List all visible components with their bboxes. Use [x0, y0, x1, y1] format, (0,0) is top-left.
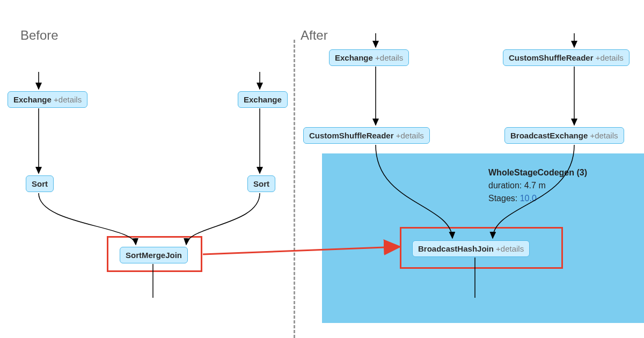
- before-exchange-right: Exchange: [238, 91, 288, 108]
- stage-title-text: WholeStageCodegen (3): [488, 168, 587, 177]
- node-label: Sort: [253, 179, 269, 188]
- node-label: Sort: [32, 179, 48, 188]
- details-link[interactable]: +details: [596, 53, 624, 62]
- stage-title: WholeStageCodegen (3) duration: 4.7 m St…: [488, 166, 587, 205]
- details-link[interactable]: +details: [590, 131, 618, 140]
- before-heading: Before: [20, 28, 58, 43]
- after-csr-mid: CustomShuffleReader +details: [303, 127, 430, 144]
- stage-duration: 4.7 m: [524, 181, 546, 190]
- before-highlight: [107, 236, 202, 272]
- after-csr-top: CustomShuffleReader +details: [503, 49, 630, 66]
- node-label: Exchange: [244, 95, 282, 104]
- node-label: Exchange: [13, 95, 52, 104]
- before-sort-right: Sort: [247, 175, 275, 192]
- node-label: CustomShuffleReader: [309, 131, 394, 140]
- before-sort-left: Sort: [26, 175, 54, 192]
- stage-stages-link[interactable]: 10.0: [520, 194, 537, 203]
- details-link[interactable]: +details: [375, 53, 403, 62]
- after-exchange: Exchange +details: [329, 49, 409, 66]
- divider: [294, 40, 295, 338]
- details-link[interactable]: +details: [54, 95, 82, 104]
- details-link[interactable]: +details: [396, 131, 424, 140]
- node-label: Exchange: [335, 53, 373, 62]
- stage-stages-label: Stages:: [488, 194, 517, 203]
- after-broadcast-exchange: BroadcastExchange +details: [504, 127, 624, 144]
- after-heading: After: [301, 28, 328, 43]
- node-label: BroadcastExchange: [510, 131, 588, 140]
- after-highlight: [400, 227, 563, 269]
- before-exchange-left: Exchange +details: [8, 91, 87, 108]
- node-label: CustomShuffleReader: [509, 53, 594, 62]
- stage-duration-label: duration:: [488, 181, 522, 190]
